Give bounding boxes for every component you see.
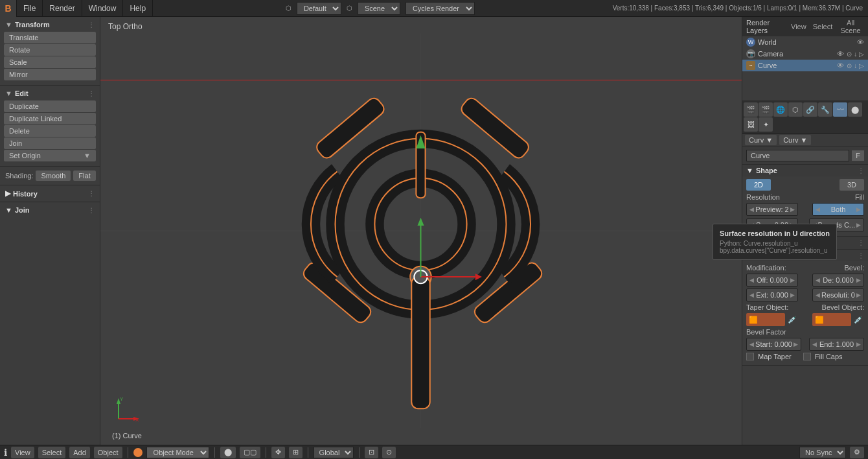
outliner-item-curve[interactable]: ~ Curve 👁 ⊙ ↓ ▷ bbox=[742, 60, 868, 71]
resoluti-right-arrow[interactable]: ▶ bbox=[856, 292, 861, 298]
duplicate-btn[interactable]: Duplicate bbox=[4, 100, 96, 112]
menu-file[interactable]: File bbox=[17, 0, 43, 17]
prop-tab-particles[interactable]: ✦ bbox=[759, 117, 773, 132]
de-field[interactable]: ◀ De: 0.000 ▶ bbox=[812, 274, 864, 287]
prop-tab-render[interactable]: 🎬 bbox=[744, 102, 758, 117]
taper-object-field[interactable]: 🟧 bbox=[746, 313, 785, 326]
mode-select[interactable]: Object Mode bbox=[146, 447, 209, 458]
map-taper-checkbox[interactable] bbox=[746, 353, 754, 360]
scene-select[interactable]: Scene bbox=[358, 2, 400, 15]
prop-tab-modifiers[interactable]: 🔧 bbox=[818, 102, 832, 117]
bevel-obj-field[interactable]: 🟧 bbox=[812, 313, 851, 326]
off-de-row: ◀ Off: 0.000 ▶ ◀ De: 0.000 ▶ bbox=[746, 274, 864, 287]
geometry-section: ▼ Geometry ⋮ Modification: Bevel: ◀ Off:… bbox=[742, 250, 868, 366]
prop-tab-material[interactable]: ⬤ bbox=[848, 102, 862, 117]
menu-help[interactable]: Help bbox=[123, 0, 153, 17]
both-right-arrow[interactable]: ▶ bbox=[856, 206, 861, 213]
outliner-all-scenes-btn[interactable]: All Scene bbox=[837, 18, 864, 35]
shape-section-header[interactable]: ▼ Shape ⋮ bbox=[742, 165, 868, 176]
select-menu-btn[interactable]: Select bbox=[38, 447, 66, 458]
ext-field[interactable]: ◀ Ext: 0.000 ▶ bbox=[746, 288, 798, 301]
preview-right-arrow[interactable]: ▶ bbox=[790, 206, 795, 213]
prop-f-button[interactable]: F bbox=[852, 150, 864, 161]
shape-2d-btn[interactable]: 2D bbox=[746, 179, 771, 191]
prop-tab-data[interactable]: 〰 bbox=[833, 102, 847, 117]
both-left-arrow[interactable]: ◀ bbox=[816, 206, 820, 213]
mirror-btn[interactable]: Mirror bbox=[4, 69, 96, 80]
edit-label: Edit bbox=[15, 89, 29, 97]
workspace-select[interactable]: Default bbox=[297, 2, 341, 15]
res-start-field[interactable]: ◀ Start: 0.000 ▶ bbox=[746, 338, 801, 351]
de-left-arrow[interactable]: ◀ bbox=[816, 277, 820, 283]
resoluti-field[interactable]: ◀ Resoluti: 0 ▶ bbox=[812, 288, 864, 301]
snap-btn[interactable]: ⊡ bbox=[365, 447, 378, 458]
proportional-btn[interactable]: ⊙ bbox=[382, 447, 396, 458]
prop-tab-constraints[interactable]: 🔗 bbox=[803, 102, 817, 117]
global-select[interactable]: Global bbox=[314, 447, 354, 458]
translate-btn[interactable]: Translate bbox=[4, 32, 96, 43]
bounds-right-arrow[interactable]: ▶ bbox=[856, 222, 861, 228]
no-sync-select[interactable]: No Sync bbox=[799, 447, 846, 458]
outliner-view-btn[interactable]: View bbox=[789, 18, 808, 35]
scale-btn[interactable]: Scale bbox=[4, 56, 96, 68]
red-line bbox=[100, 80, 742, 80]
preview-field[interactable]: ◀ Preview: 2 ▶ bbox=[746, 203, 798, 216]
prop-tab-object[interactable]: ⬡ bbox=[788, 102, 803, 117]
outliner-item-camera[interactable]: 📷 Camera 👁 ⊙ ↓ ▷ bbox=[742, 48, 868, 60]
set-origin-btn[interactable]: Set Origin ▼ bbox=[4, 150, 96, 161]
menu-render[interactable]: Render bbox=[43, 0, 82, 17]
res-end-field[interactable]: ◀ End: 1.000 ▶ bbox=[809, 338, 864, 351]
transform-header[interactable]: ▼ Transform ⋮ bbox=[3, 19, 97, 30]
prop-tab-scene[interactable]: 🎬 bbox=[759, 102, 773, 117]
join-btn[interactable]: Join bbox=[4, 137, 96, 149]
res-start-right-arrow[interactable]: ▶ bbox=[794, 341, 798, 347]
join-header[interactable]: ▼ Join ⋮ bbox=[3, 205, 97, 215]
edit-header[interactable]: ▼ Edit ⋮ bbox=[3, 88, 97, 99]
transform-content: Translate Rotate Scale Mirror bbox=[3, 30, 97, 82]
shape-3d-btn[interactable]: 3D bbox=[839, 179, 864, 191]
both-field[interactable]: ◀ Both ▶ bbox=[812, 203, 864, 216]
view-menu-btn[interactable]: View bbox=[11, 447, 34, 458]
res-start-left-arrow[interactable]: ◀ bbox=[749, 341, 754, 347]
keying-btn[interactable]: ⚙ bbox=[850, 447, 864, 458]
prop-curv-btn[interactable]: Curv ▼ bbox=[745, 135, 777, 145]
tooltip-python-2: bpy.data.curves["Curve"].resolution_u bbox=[720, 247, 830, 254]
outliner-item-world[interactable]: W World 👁 bbox=[742, 36, 868, 48]
de-right-arrow[interactable]: ▶ bbox=[856, 277, 861, 283]
object-menu-btn[interactable]: Object bbox=[94, 447, 122, 458]
smooth-btn[interactable]: Smooth bbox=[36, 171, 71, 181]
menu-window[interactable]: Window bbox=[82, 0, 124, 17]
shading-type-btn[interactable]: ▢▢ bbox=[240, 447, 260, 458]
prop-tab-world[interactable]: 🌐 bbox=[773, 102, 788, 117]
prop-tab-texture[interactable]: 🖼 bbox=[744, 117, 758, 132]
delete-btn[interactable]: Delete bbox=[4, 125, 96, 137]
add-menu-btn[interactable]: Add bbox=[69, 447, 90, 458]
shading-row: Shading: Smooth Flat bbox=[3, 169, 97, 182]
viewport[interactable]: Top Ortho bbox=[100, 17, 742, 445]
prop-curv-btn2[interactable]: Curv ▼ bbox=[779, 135, 811, 145]
res-end-left-arrow[interactable]: ◀ bbox=[812, 341, 817, 347]
preview-left-arrow[interactable]: ◀ bbox=[749, 206, 754, 213]
res-end-right-arrow[interactable]: ▶ bbox=[856, 341, 861, 347]
ext-right-arrow[interactable]: ▶ bbox=[790, 292, 795, 298]
off-right-arrow[interactable]: ▶ bbox=[790, 277, 795, 283]
duplicate-linked-btn[interactable]: Duplicate Linked bbox=[4, 113, 96, 124]
off-left-arrow[interactable]: ◀ bbox=[749, 277, 754, 283]
fill-caps-checkbox[interactable] bbox=[803, 353, 811, 360]
resoluti-left-arrow[interactable]: ◀ bbox=[816, 292, 820, 298]
ext-left-arrow[interactable]: ◀ bbox=[749, 292, 754, 298]
engine-select[interactable]: Cycles Render bbox=[405, 2, 475, 15]
rotate-btn[interactable]: Rotate bbox=[4, 44, 96, 56]
off-value: Off: 0.000 bbox=[755, 276, 789, 284]
outliner-select-btn[interactable]: Select bbox=[811, 18, 835, 35]
bevel-obj-label: Bevel Object: bbox=[822, 303, 864, 311]
off-field[interactable]: ◀ Off: 0.000 ▶ bbox=[746, 274, 798, 287]
taper-eyedrop-btn[interactable]: 💉 bbox=[786, 316, 798, 324]
curve-name-input[interactable] bbox=[746, 150, 849, 161]
bevel-eyedrop-btn[interactable]: 💉 bbox=[852, 316, 864, 324]
transform-btn[interactable]: ✥ bbox=[271, 447, 285, 458]
dot-shading-btn[interactable]: ⬤ bbox=[220, 447, 236, 458]
pivot-btn[interactable]: ⊞ bbox=[289, 447, 303, 458]
flat-btn[interactable]: Flat bbox=[73, 171, 95, 181]
history-header[interactable]: ▶ History ⋮ bbox=[3, 188, 97, 199]
